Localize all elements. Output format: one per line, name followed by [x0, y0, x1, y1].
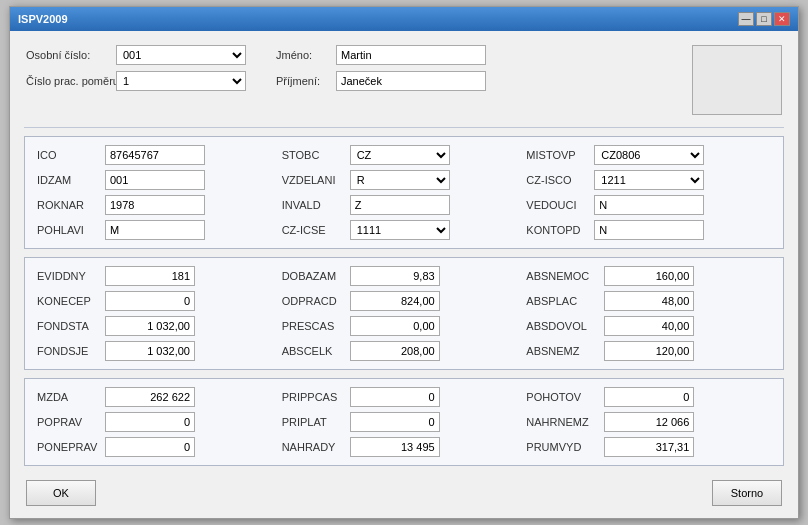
- eviddny-input[interactable]: [105, 266, 195, 286]
- prumvyd-label: PRUMVYD: [526, 441, 604, 453]
- main-window: ISPV2009 — □ ✕ Osobní číslo: 001 Číslo p…: [9, 6, 799, 519]
- mzda-row: MZDA: [37, 387, 282, 407]
- vedouci-label: VEDOUCI: [526, 199, 594, 211]
- fondsta-label: FONDSTA: [37, 320, 105, 332]
- odpracd-input[interactable]: [350, 291, 440, 311]
- ico-row: ICO: [37, 145, 282, 165]
- cz-isco-select[interactable]: 1211: [594, 170, 704, 190]
- poprav-input[interactable]: [105, 412, 195, 432]
- minimize-button[interactable]: —: [738, 12, 754, 26]
- fondsta-input[interactable]: [105, 316, 195, 336]
- vedouci-row: VEDOUCI: [526, 195, 771, 215]
- invald-input[interactable]: [350, 195, 450, 215]
- konecep-label: KONECEP: [37, 295, 105, 307]
- abscelk-row: ABSCELK: [282, 341, 527, 361]
- prijmeni-label: Příjmení:: [276, 75, 336, 87]
- kontopd-input[interactable]: [594, 220, 704, 240]
- roknar-label: ROKNAR: [37, 199, 105, 211]
- ico-input[interactable]: [105, 145, 205, 165]
- jmeno-input[interactable]: [336, 45, 486, 65]
- absnemoc-input[interactable]: [604, 266, 694, 286]
- close-button[interactable]: ✕: [774, 12, 790, 26]
- mistovp-label: MISTOVP: [526, 149, 594, 161]
- priplat-label: PRIPLAT: [282, 416, 350, 428]
- prescas-label: PRESCAS: [282, 320, 350, 332]
- konecep-row: KONECEP: [37, 291, 282, 311]
- roknar-input[interactable]: [105, 195, 205, 215]
- idzam-label: IDZAM: [37, 174, 105, 186]
- fondsje-input[interactable]: [105, 341, 195, 361]
- cz-isco-row: CZ-ISCO 1211: [526, 170, 771, 190]
- cislo-prac-pomeru-select[interactable]: 1: [116, 71, 246, 91]
- prippcas-label: PRIPPCAS: [282, 391, 350, 403]
- title-bar: ISPV2009 — □ ✕: [10, 7, 798, 31]
- window-title: ISPV2009: [18, 13, 68, 25]
- poneprav-label: PONEPRAV: [37, 441, 105, 453]
- prippcas-input[interactable]: [350, 387, 440, 407]
- maximize-button[interactable]: □: [756, 12, 772, 26]
- stobc-select[interactable]: CZ: [350, 145, 450, 165]
- abscelk-label: ABSCELK: [282, 345, 350, 357]
- prescas-input[interactable]: [350, 316, 440, 336]
- window-content: Osobní číslo: 001 Číslo prac. poměru: 1 …: [10, 31, 798, 518]
- pohotov-label: POHOTOV: [526, 391, 604, 403]
- absdovol-input[interactable]: [604, 316, 694, 336]
- cislo-prac-pomeru-row: Číslo prac. poměru: 1: [26, 71, 246, 91]
- roknar-row: ROKNAR: [37, 195, 282, 215]
- nahrnemz-input[interactable]: [604, 412, 694, 432]
- konecep-input[interactable]: [105, 291, 195, 311]
- ok-button[interactable]: OK: [26, 480, 96, 506]
- poneprav-input[interactable]: [105, 437, 195, 457]
- pohotov-input[interactable]: [604, 387, 694, 407]
- absnemz-row: ABSNEMZ: [526, 341, 771, 361]
- absplac-input[interactable]: [604, 291, 694, 311]
- absnemoc-label: ABSNEMOC: [526, 270, 604, 282]
- osobni-cislo-select[interactable]: 001: [116, 45, 246, 65]
- osobni-cislo-row: Osobní číslo: 001: [26, 45, 246, 65]
- fondsje-label: FONDSJE: [37, 345, 105, 357]
- ico-label: ICO: [37, 149, 105, 161]
- cislo-prac-pomeru-label: Číslo prac. poměru:: [26, 75, 116, 87]
- absnemz-input[interactable]: [604, 341, 694, 361]
- invald-label: INVALD: [282, 199, 350, 211]
- section1: ICO IDZAM ROKNAR POHLAVI: [24, 136, 784, 249]
- cz-icse-select[interactable]: 1111: [350, 220, 450, 240]
- idzam-input[interactable]: [105, 170, 205, 190]
- stobc-row: STOBC CZ: [282, 145, 527, 165]
- mistovp-row: MISTOVP CZ0806: [526, 145, 771, 165]
- eviddny-row: EVIDDNY: [37, 266, 282, 286]
- mzda-label: MZDA: [37, 391, 105, 403]
- osobni-cislo-label: Osobní číslo:: [26, 49, 116, 61]
- dobazam-input[interactable]: [350, 266, 440, 286]
- eviddny-label: EVIDDNY: [37, 270, 105, 282]
- vzdelani-label: VZDELANI: [282, 174, 350, 186]
- mistovp-select[interactable]: CZ0806: [594, 145, 704, 165]
- absdovol-label: ABSDOVOL: [526, 320, 604, 332]
- prijmeni-input[interactable]: [336, 71, 486, 91]
- vzdelani-row: VZDELANI R: [282, 170, 527, 190]
- vzdelani-select[interactable]: R: [350, 170, 450, 190]
- pohlavi-label: POHLAVI: [37, 224, 105, 236]
- storno-button[interactable]: Storno: [712, 480, 782, 506]
- absnemz-label: ABSNEMZ: [526, 345, 604, 357]
- prippcas-row: PRIPPCAS: [282, 387, 527, 407]
- cz-isco-label: CZ-ISCO: [526, 174, 594, 186]
- abscelk-input[interactable]: [350, 341, 440, 361]
- mzda-input[interactable]: [105, 387, 195, 407]
- vedouci-input[interactable]: [594, 195, 704, 215]
- prijmeni-row: Příjmení:: [276, 71, 486, 91]
- nahrady-input[interactable]: [350, 437, 440, 457]
- photo-placeholder: [692, 45, 782, 115]
- prumvyd-input[interactable]: [604, 437, 694, 457]
- nahrnemz-label: NAHRNEMZ: [526, 416, 604, 428]
- kontopd-row: KONTOPD: [526, 220, 771, 240]
- absnemoc-row: ABSNEMOC: [526, 266, 771, 286]
- cz-icse-label: CZ-ICSE: [282, 224, 350, 236]
- priplat-input[interactable]: [350, 412, 440, 432]
- pohlavi-input[interactable]: [105, 220, 205, 240]
- jmeno-row: Jméno:: [276, 45, 486, 65]
- absdovol-row: ABSDOVOL: [526, 316, 771, 336]
- bottom-buttons: OK Storno: [24, 474, 784, 508]
- fondsje-row: FONDSJE: [37, 341, 282, 361]
- poneprav-row: PONEPRAV: [37, 437, 282, 457]
